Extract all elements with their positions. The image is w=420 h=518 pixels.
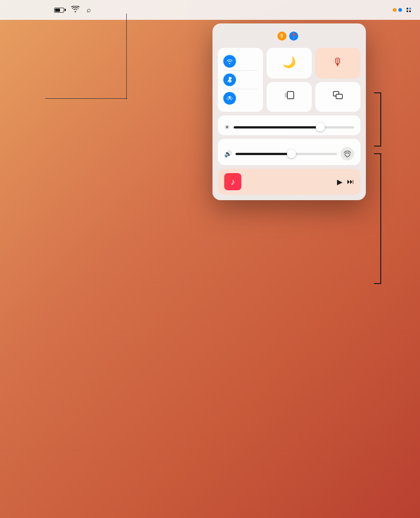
- active-apps-bar: 🎙 📍: [218, 29, 360, 43]
- mic-dot: [393, 8, 397, 12]
- menu-bar-left-icons: ⌕: [54, 6, 91, 14]
- bt-net-icon: ✗: [223, 73, 236, 86]
- brightness-icon: ☀: [224, 124, 230, 131]
- mic-mode-tile[interactable]: 🎙: [315, 48, 360, 78]
- play-button[interactable]: ▶: [337, 178, 342, 186]
- music-section: ♪ ▶ ⏭: [218, 169, 360, 195]
- music-app-icon: ♪: [224, 173, 241, 190]
- airdrop-row[interactable]: [223, 89, 258, 107]
- annotation-vline-1: [126, 14, 127, 99]
- cc-dot-row-1: [406, 8, 411, 9]
- stage-manager-icon: [284, 90, 294, 102]
- control-center-panel: 🎙 📍 ✗: [212, 23, 366, 200]
- wifi-row[interactable]: [223, 52, 258, 71]
- bt-row[interactable]: ✗: [223, 71, 258, 89]
- screen-mirroring-tile[interactable]: [315, 82, 360, 112]
- mic-indicator: [393, 8, 402, 12]
- control-center-icon[interactable]: [406, 8, 411, 12]
- maps-app-icon: 📍: [289, 32, 298, 41]
- svg-rect-4: [336, 94, 342, 99]
- stage-manager-tile[interactable]: [267, 82, 312, 112]
- menu-bar: ⌕: [0, 0, 420, 20]
- bottom-bracket-options: [374, 153, 381, 284]
- battery-body: [54, 8, 64, 13]
- svg-rect-1: [287, 92, 294, 99]
- menu-bar-right-icons: [393, 8, 411, 12]
- screen-mirroring-icon: [333, 90, 343, 102]
- focus-tile[interactable]: 🌙: [267, 48, 312, 78]
- network-tile[interactable]: ✗: [218, 48, 263, 112]
- cc-dot: [406, 8, 408, 9]
- display-slider-fill: [234, 126, 320, 128]
- location-dot: [398, 8, 402, 12]
- airplay-button[interactable]: [341, 147, 354, 160]
- skip-button[interactable]: ⏭: [347, 178, 354, 186]
- battery-fill: [55, 9, 60, 12]
- svg-rect-2: [285, 93, 287, 97]
- annotation-hline-1: [45, 98, 127, 99]
- music-controls[interactable]: ▶ ⏭: [337, 178, 354, 186]
- wifi-icon: [71, 6, 79, 14]
- cc-dot-active: [409, 8, 411, 9]
- airdrop-net-icon: [223, 92, 236, 105]
- annotation-see-more: [331, 119, 412, 129]
- sound-slider-row[interactable]: 🔊: [224, 147, 354, 160]
- battery-icon: [54, 8, 64, 13]
- sound-slider-thumb[interactable]: [287, 149, 296, 158]
- cc-dot-row-2: [406, 10, 411, 12]
- sound-slider-track[interactable]: [235, 153, 337, 155]
- focus-icon: 🌙: [282, 56, 296, 69]
- display-slider-thumb[interactable]: [316, 123, 325, 132]
- mic-app-icon: 🎙: [277, 32, 286, 41]
- sound-section: 🔊: [218, 139, 360, 165]
- volume-icon: 🔊: [224, 150, 232, 157]
- cc-dot: [406, 10, 408, 12]
- wifi-net-icon: [223, 55, 236, 68]
- search-icon[interactable]: ⌕: [87, 6, 91, 14]
- sound-slider-fill: [235, 153, 291, 155]
- cc-dot: [409, 10, 411, 12]
- mic-mode-icon: 🎙: [332, 56, 343, 69]
